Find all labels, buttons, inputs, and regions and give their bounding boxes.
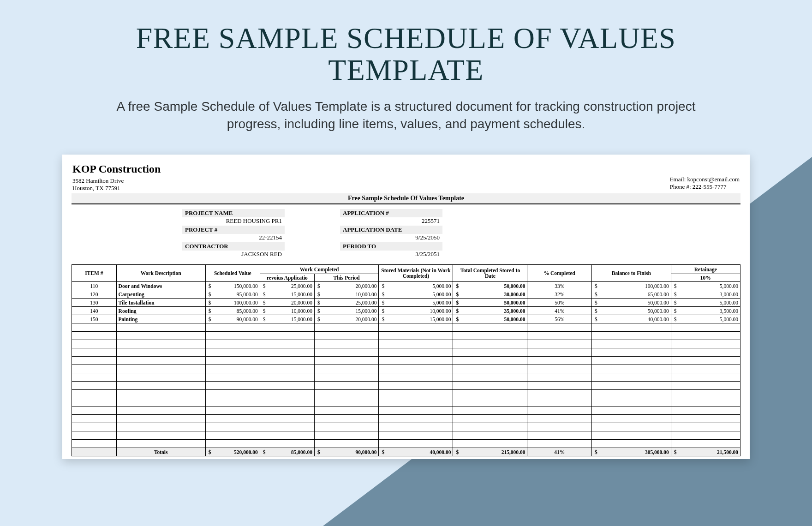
title-bar: Free Sample Schedule Of Values Template — [72, 193, 740, 204]
col-desc: Work Description — [116, 265, 205, 282]
meta-value: 225571 — [340, 217, 442, 225]
col-bal: Balance to Finish — [591, 265, 671, 282]
table-head: ITEM # Work Description Scheduled Value … — [72, 265, 740, 282]
meta-value: REED HOUSING PR1 — [182, 217, 285, 225]
doc-header: KOP Construction 3582 Hamilton Drive Hou… — [62, 155, 750, 193]
table-row: 150Painting90,000.0015,000.0020,000.0015… — [72, 315, 740, 323]
meta-label: CONTRACTOR — [182, 242, 285, 251]
table-row-blank — [72, 423, 740, 431]
table-row-blank — [72, 340, 740, 348]
table-row: 130Tile Installation100,000.0020,000.002… — [72, 299, 740, 307]
table-body: 110Door and Windows150,000.0025,000.0020… — [72, 282, 740, 456]
col-stored: Stored Materials (Not in Work Completed) — [379, 265, 453, 282]
col-pct: % Completed — [527, 265, 592, 282]
meta-row: PROJECT NAMEREED HOUSING PR1 — [182, 209, 285, 225]
meta-label: PERIOD TO — [340, 242, 442, 251]
table-row-blank — [72, 373, 740, 382]
meta-right: APPLICATION #225571APPLICATION DATE9/25/… — [340, 209, 442, 258]
meta-value: 22-22154 — [182, 234, 285, 241]
meta-value: 9/25/2050 — [340, 234, 442, 241]
table-row-blank — [72, 332, 740, 340]
document: KOP Construction 3582 Hamilton Drive Hou… — [62, 155, 750, 459]
meta-value: 3/25/2051 — [340, 251, 442, 258]
meta-value: JACKSON RED — [182, 251, 285, 258]
table-row: 110Door and Windows150,000.0025,000.0020… — [72, 282, 740, 290]
table-row-blank — [72, 323, 740, 332]
col-wc: Work Completed — [260, 265, 379, 274]
table-row: 120Carpenting95,000.0015,000.0010,000.00… — [72, 290, 740, 299]
meta-label: APPLICATION # — [340, 209, 442, 217]
company-phone: Phone #: 222-555-7777 — [670, 183, 740, 191]
hero-description: A free Sample Schedule of Values Templat… — [102, 98, 710, 133]
col-ret-pct: 10% — [671, 274, 740, 282]
col-this: This Period — [314, 274, 379, 282]
col-item: ITEM # — [72, 265, 117, 282]
table-row-blank — [72, 406, 740, 415]
table-row-blank — [72, 415, 740, 423]
meta-row: PROJECT #22-22154 — [182, 226, 285, 241]
sov-table: ITEM # Work Description Scheduled Value … — [72, 264, 740, 456]
meta-label: PROJECT NAME — [182, 209, 285, 217]
hero: FREE SAMPLE SCHEDULE OF VALUES TEMPLATE … — [0, 0, 812, 133]
table-row-blank — [72, 390, 740, 398]
table-row-blank — [72, 348, 740, 357]
table-row-blank — [72, 382, 740, 390]
table-row-blank — [72, 398, 740, 406]
meta-label: APPLICATION DATE — [340, 226, 442, 234]
table-row-totals: Totals520,000.0085,000.0090,000.0040,000… — [72, 448, 740, 456]
company-block: KOP Construction 3582 Hamilton Drive Hou… — [72, 163, 161, 191]
meta-row: PERIOD TO3/25/2051 — [340, 242, 442, 258]
table-row-blank — [72, 440, 740, 448]
table-row: 140Roofing85,000.0010,000.0015,000.0010,… — [72, 307, 740, 315]
col-ret: Retainage — [671, 265, 740, 274]
meta-row: APPLICATION #225571 — [340, 209, 442, 225]
table-row-blank — [72, 365, 740, 373]
meta-left: PROJECT NAMEREED HOUSING PR1PROJECT #22-… — [182, 209, 285, 258]
contact-block: Email: kopconst@email.com Phone #: 222-5… — [670, 176, 740, 191]
meta-label: PROJECT # — [182, 226, 285, 234]
company-email: Email: kopconst@email.com — [670, 176, 740, 183]
table-row-blank — [72, 357, 740, 365]
document-container: KOP Construction 3582 Hamilton Drive Hou… — [62, 155, 750, 459]
hero-title: FREE SAMPLE SCHEDULE OF VALUES TEMPLATE — [55, 22, 757, 86]
table-row-blank — [72, 431, 740, 440]
meta-row: APPLICATION DATE9/25/2050 — [340, 226, 442, 241]
company-addr2: Houston, TX 77591 — [72, 185, 161, 192]
col-prev: revoius Applicatio — [260, 274, 314, 282]
company-addr1: 3582 Hamilton Drive — [72, 177, 161, 185]
meta-section: PROJECT NAMEREED HOUSING PR1PROJECT #22-… — [62, 204, 750, 264]
meta-row: CONTRACTORJACKSON RED — [182, 242, 285, 258]
company-name: KOP Construction — [72, 163, 161, 175]
col-tot: Total Completed Stored to Date — [453, 265, 527, 282]
col-sched: Scheduled Value — [205, 265, 260, 282]
